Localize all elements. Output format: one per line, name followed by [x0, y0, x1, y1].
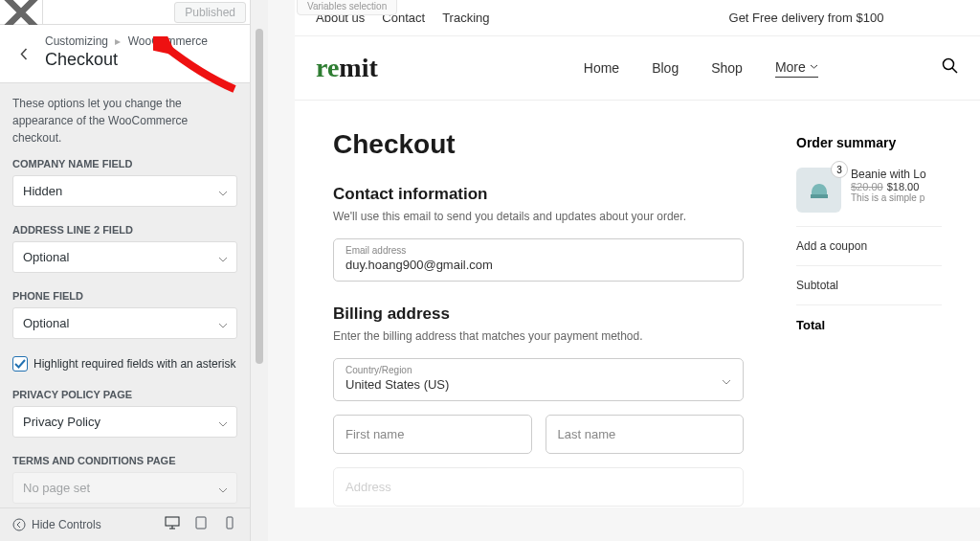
highlight-required-label: Highlight required fields with an asteri… [33, 357, 235, 371]
nav-home[interactable]: Home [584, 60, 619, 76]
tablet-device-button[interactable] [193, 516, 209, 533]
hide-controls-label: Hide Controls [32, 518, 101, 531]
phone-select[interactable]: Optional [12, 307, 237, 339]
tracking-link[interactable]: Tracking [442, 11, 489, 25]
collapse-icon [12, 518, 26, 531]
address2-label: ADDRESS LINE 2 FIELD [0, 224, 250, 241]
last-name-input[interactable]: Last name [546, 415, 745, 454]
nav-more-label: More [775, 59, 806, 75]
customizer-scroll[interactable]: These options let you change the appeara… [0, 83, 250, 507]
mobile-icon [222, 516, 237, 530]
svg-rect-1 [166, 517, 179, 526]
svg-rect-2 [196, 517, 206, 529]
checkout-main: Checkout Contact information We'll use t… [333, 129, 744, 507]
summary-title: Order summary [796, 135, 942, 150]
new-price: $18.00 [887, 181, 920, 192]
email-field[interactable]: Email address duy.hoang900@gmail.com [333, 238, 744, 282]
phone-label: PHONE FIELD [0, 290, 250, 307]
qty-badge: 3 [831, 161, 848, 178]
nav-more[interactable]: More [775, 59, 818, 78]
breadcrumb-separator: ▸ [115, 34, 121, 48]
chevron-left-icon [20, 48, 28, 60]
total-row: Total [796, 304, 942, 345]
svg-point-0 [13, 519, 25, 530]
summary-item: 3 Beanie with Lo $20.00$18.00 This is a … [796, 168, 942, 213]
chevron-down-icon [722, 372, 731, 389]
company-name-select[interactable]: Hidden [12, 175, 237, 207]
desktop-device-button[interactable] [165, 516, 180, 533]
customizer-sidebar: Published Customizing ▸ WooCommerce Chec… [0, 0, 251, 541]
search-button[interactable] [942, 57, 959, 79]
nav-shop[interactable]: Shop [711, 60, 743, 76]
highlight-required-checkbox[interactable] [12, 356, 28, 372]
published-button[interactable]: Published [174, 2, 246, 23]
panel-title-bar: Customizing ▸ WooCommerce Checkout [0, 25, 250, 83]
item-thumbnail: 3 [796, 168, 841, 213]
order-summary: Order summary 3 Beanie with Lo $20.00$18… [796, 129, 942, 507]
nav-blog[interactable]: Blog [652, 60, 679, 76]
item-name: Beanie with Lo [851, 168, 942, 181]
beanie-icon [808, 179, 831, 202]
logo[interactable]: remit [316, 53, 378, 83]
contact-heading: Contact information [333, 185, 744, 204]
tablet-icon [193, 516, 209, 530]
close-button[interactable] [0, 0, 43, 25]
billing-heading: Billing address [333, 304, 744, 324]
chevron-down-icon [810, 64, 818, 69]
panel-description: These options let you change the appeara… [0, 83, 250, 158]
privacy-select[interactable]: Privacy Policy [12, 406, 237, 438]
preview-frame: Variables selection About us Contact Tra… [295, 0, 980, 507]
country-select[interactable]: Country/Region United States (US) [333, 358, 744, 401]
breadcrumb-section: WooCommerce [128, 34, 208, 48]
svg-point-4 [944, 59, 954, 70]
nav-bar: remit Home Blog Shop More [295, 36, 980, 101]
terms-label: TERMS AND CONDITIONS PAGE [0, 455, 250, 472]
logo-accent: re [316, 53, 339, 82]
subtotal-row: Subtotal [796, 265, 942, 304]
country-value: United States (US) [345, 377, 449, 392]
hide-controls-button[interactable]: Hide Controls [12, 518, 101, 531]
variables-selection-tab[interactable]: Variables selection [297, 0, 397, 15]
first-name-input[interactable]: First name [333, 415, 532, 454]
item-desc: This is a simple p [851, 192, 942, 203]
address2-select[interactable]: Optional [12, 241, 237, 273]
address-input[interactable]: Address [333, 467, 744, 507]
preview-area: Variables selection About us Contact Tra… [268, 0, 980, 541]
customizer-footer: Hide Controls [0, 507, 250, 541]
contact-sub: We'll use this email to send you details… [333, 210, 744, 223]
search-icon [942, 57, 959, 75]
page-heading: Checkout [333, 129, 744, 160]
svg-rect-5 [811, 194, 828, 198]
email-label: Email address [345, 245, 731, 256]
breadcrumb-root: Customizing [45, 34, 108, 48]
promo-text: Get Free delivery from $100 [729, 11, 884, 25]
terms-select[interactable]: No page set [12, 472, 237, 504]
old-price: $20.00 [851, 181, 883, 192]
logo-rest: mit [339, 53, 377, 82]
check-icon [14, 359, 26, 369]
scrollbar-thumb[interactable] [256, 29, 263, 364]
back-button[interactable] [12, 34, 35, 73]
mobile-device-button[interactable] [222, 516, 237, 533]
country-label: Country/Region [345, 365, 731, 375]
desktop-icon [165, 516, 180, 530]
privacy-label: PRIVACY POLICY PAGE [0, 389, 250, 406]
billing-sub: Enter the billing address that matches y… [333, 329, 744, 343]
email-value: duy.hoang900@gmail.com [345, 258, 493, 272]
customizer-header: Published [0, 0, 250, 25]
panel-title: Checkout [45, 50, 208, 70]
company-name-label: COMPANY NAME FIELD [0, 158, 250, 175]
top-bar: About us Contact Tracking Get Free deliv… [295, 0, 980, 36]
svg-rect-3 [227, 517, 233, 529]
add-coupon[interactable]: Add a coupon [796, 226, 942, 265]
breadcrumb: Customizing ▸ WooCommerce [45, 34, 208, 48]
